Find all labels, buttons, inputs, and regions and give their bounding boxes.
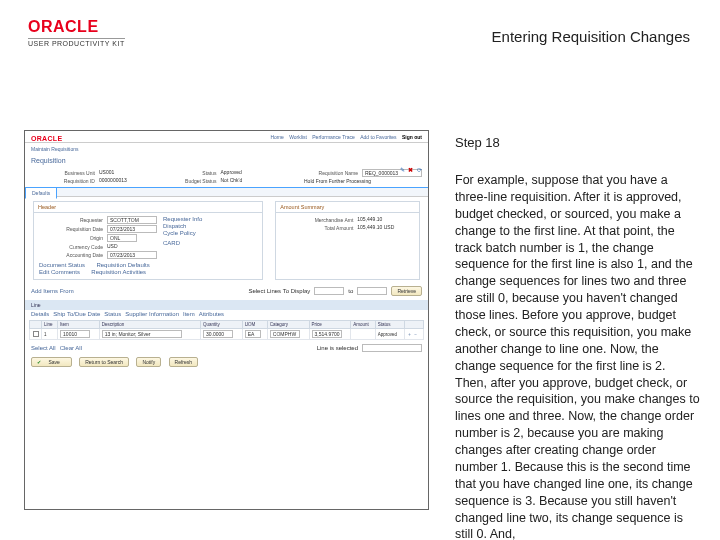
requester-input[interactable]: SCOTT,TOM: [107, 216, 157, 224]
col-qty: Quantity: [201, 321, 243, 329]
cycle-policy-link[interactable]: Cycle Policy: [163, 230, 196, 236]
dispatch-link[interactable]: Dispatch: [163, 223, 186, 229]
origin-input[interactable]: ONL: [107, 234, 137, 242]
clear-all-link[interactable]: Clear All: [60, 345, 82, 351]
col-uom: UOM: [242, 321, 267, 329]
step-label: Step 18: [455, 135, 700, 150]
col-desc: Description: [99, 321, 200, 329]
status-value: Approved: [221, 169, 242, 176]
doc-status-link[interactable]: Document Status: [39, 262, 85, 268]
nav-home[interactable]: Home: [270, 134, 283, 140]
nav-signout[interactable]: Sign out: [402, 134, 422, 140]
retrieve-button[interactable]: Retrieve: [391, 286, 422, 296]
edit-icon[interactable]: ✎: [400, 167, 405, 173]
budget-value: Not Chk'd: [221, 177, 243, 184]
app-brand: ORACLE: [31, 135, 62, 142]
line-selector-label: Line is selected: [317, 345, 358, 351]
select-lines-label: Select Lines To Display: [248, 288, 310, 294]
req-defaults-link[interactable]: Requisition Defaults: [96, 262, 149, 268]
select-all-link[interactable]: Select All: [31, 345, 56, 351]
view-tab-item[interactable]: Item: [183, 311, 195, 317]
to-label: to: [348, 288, 353, 294]
breadcrumb: Maintain Requisitions: [25, 143, 428, 155]
nav-worklist[interactable]: Worklist: [289, 134, 307, 140]
amount-summary-title: Amount Summary: [276, 202, 419, 213]
col-item: Item: [58, 321, 100, 329]
header-panel: Header RequesterSCOTT,TOM Requisition Da…: [33, 201, 263, 280]
refresh-button[interactable]: Refresh: [169, 357, 199, 367]
summary-block: Business UnitUS001 Requisition ID0000000…: [25, 166, 428, 187]
view-tab-supplier[interactable]: Supplier Information: [125, 311, 179, 317]
add-items-link[interactable]: Add Items From: [31, 288, 74, 294]
acctdate-label: Accounting Date: [39, 251, 103, 259]
col-sel: [30, 321, 42, 329]
row-price[interactable]: 3,514.9700: [312, 330, 342, 338]
row-amt: [351, 329, 375, 340]
reqdate-label: Requisition Date: [39, 225, 103, 233]
notify-button[interactable]: Notify: [136, 357, 161, 367]
merch-amt-value: 105,449.10: [357, 216, 382, 223]
app-screenshot: ORACLE Home Worklist Performance Trace A…: [24, 130, 429, 510]
acctdate-input[interactable]: 07/23/2013: [107, 251, 157, 259]
status-label: Status: [153, 169, 217, 176]
reqdate-input[interactable]: 07/23/2013: [107, 225, 157, 233]
header-actions: ✎ ✖ ⟳: [398, 166, 422, 173]
row-line: 1: [42, 329, 58, 340]
lines-grid: Line Item Description Quantity UOM Categ…: [29, 320, 424, 340]
app-top-nav: Home Worklist Performance Trace Add to F…: [31, 134, 422, 140]
tab-bar: Defaults: [25, 187, 428, 197]
select-lines-from[interactable]: [314, 287, 344, 295]
col-status: Status: [375, 321, 404, 329]
hold-label: Hold From Further Processing: [304, 178, 371, 184]
row-del-icon[interactable]: －: [413, 332, 418, 337]
row-status: Approved: [375, 329, 404, 340]
row-add-icon[interactable]: ＋: [407, 332, 412, 337]
product-line: USER PRODUCTIVITY KIT: [28, 38, 125, 47]
view-tab-details[interactable]: Details: [31, 311, 49, 317]
brand-logo: ORACLE USER PRODUCTIVITY KIT: [28, 18, 125, 47]
cancel-icon[interactable]: ✖: [408, 167, 413, 173]
requester-label: Requester: [39, 216, 103, 224]
edit-comments-link[interactable]: Edit Comments: [39, 269, 80, 275]
view-tab-shipto[interactable]: Ship To/Due Date: [53, 311, 100, 317]
row-item[interactable]: 10010: [60, 330, 90, 338]
row-cat[interactable]: COMPHW: [270, 330, 300, 338]
row-uom[interactable]: EA: [245, 330, 261, 338]
merch-amt-label: Merchandise Amt: [281, 216, 353, 223]
requester-info-link[interactable]: Requester Info: [163, 216, 202, 222]
col-price: Price: [309, 321, 351, 329]
save-button[interactable]: ✔ Save: [31, 357, 72, 367]
origin-label: Origin: [39, 234, 103, 242]
line-selector-dropdown[interactable]: [362, 344, 422, 352]
reqid-label: Requisition ID: [31, 177, 95, 184]
total-amt-label: Total Amount: [281, 224, 353, 231]
tab-defaults[interactable]: Defaults: [25, 187, 57, 199]
row-checkbox[interactable]: [33, 331, 39, 337]
reqid-value: 0000000013: [99, 177, 127, 184]
check-icon: ✔: [37, 359, 41, 365]
tutorial-body: For example, suppose that you have a thr…: [455, 172, 700, 540]
budget-label: Budget Status: [153, 177, 217, 184]
nav-perf-trace[interactable]: Performance Trace: [312, 134, 355, 140]
col-cat: Category: [267, 321, 309, 329]
return-button[interactable]: Return to Search: [79, 357, 129, 367]
req-activities-link[interactable]: Requisition Activities: [91, 269, 146, 275]
total-amt-currency: USD: [384, 224, 395, 230]
row-qty[interactable]: 30.0000: [203, 330, 233, 338]
section-title: Requisition: [25, 155, 428, 166]
table-row[interactable]: 1 10010 13 in; Monitor; Silver 30.0000 E…: [30, 329, 424, 340]
total-amt-value: 105,449.10: [357, 224, 382, 230]
refresh-icon[interactable]: ⟳: [417, 167, 422, 173]
row-desc[interactable]: 13 in; Monitor; Silver: [102, 330, 182, 338]
reqname-label: Requisition Name: [274, 169, 358, 177]
card-link[interactable]: CARD: [163, 240, 180, 246]
view-tab-attr[interactable]: Attributes: [199, 311, 224, 317]
view-tab-status[interactable]: Status: [104, 311, 121, 317]
amount-summary-panel: Amount Summary Merchandise Amt105,449.10…: [275, 201, 420, 280]
bu-value: US001: [99, 169, 114, 176]
nav-add-fav[interactable]: Add to Favorites: [360, 134, 396, 140]
col-line: Line: [42, 321, 58, 329]
col-amt: Amount: [351, 321, 375, 329]
bu-label: Business Unit: [31, 169, 95, 176]
select-lines-to[interactable]: [357, 287, 387, 295]
